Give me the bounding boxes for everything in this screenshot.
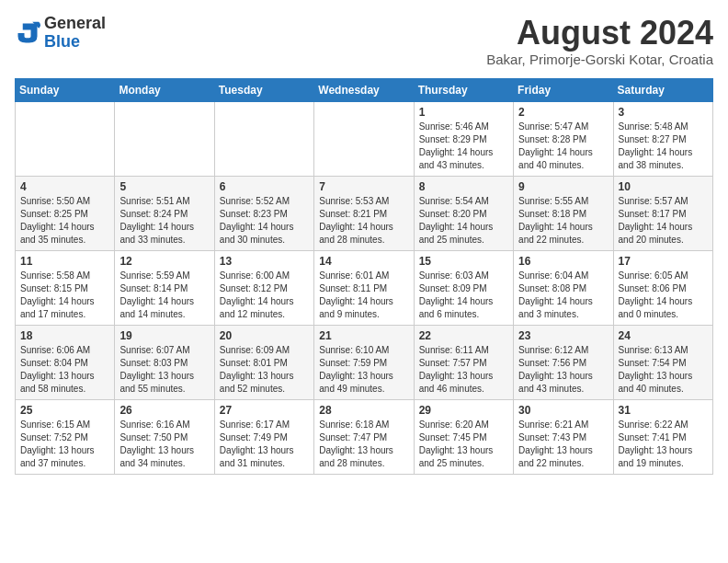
calendar-day-cell: 7Sunrise: 5:53 AM Sunset: 8:21 PM Daylig… — [314, 176, 414, 250]
calendar-day-cell: 20Sunrise: 6:09 AM Sunset: 8:01 PM Dayli… — [214, 325, 313, 399]
calendar-day-cell: 27Sunrise: 6:17 AM Sunset: 7:49 PM Dayli… — [214, 399, 313, 474]
day-detail: Sunrise: 6:16 AM Sunset: 7:50 PM Dayligh… — [119, 419, 209, 470]
day-number: 28 — [319, 404, 408, 417]
day-number: 11 — [20, 255, 109, 268]
day-detail: Sunrise: 6:05 AM Sunset: 8:06 PM Dayligh… — [619, 270, 708, 321]
day-number: 24 — [619, 329, 708, 342]
calendar-day-cell: 29Sunrise: 6:20 AM Sunset: 7:45 PM Dayli… — [414, 399, 513, 474]
day-number: 9 — [518, 180, 608, 193]
day-detail: Sunrise: 6:17 AM Sunset: 7:49 PM Dayligh… — [220, 419, 309, 470]
calendar-table: SundayMondayTuesdayWednesdayThursdayFrid… — [15, 78, 713, 475]
calendar-day-cell: 5Sunrise: 5:51 AM Sunset: 8:24 PM Daylig… — [115, 176, 214, 250]
day-detail: Sunrise: 6:21 AM Sunset: 7:43 PM Dayligh… — [518, 419, 608, 470]
calendar-day-cell: 8Sunrise: 5:54 AM Sunset: 8:20 PM Daylig… — [414, 176, 513, 250]
logo-blue: Blue — [44, 32, 80, 51]
day-number: 8 — [419, 180, 508, 193]
day-of-week-header: Friday — [514, 78, 613, 101]
day-number: 5 — [119, 180, 209, 193]
calendar-day-cell: 21Sunrise: 6:10 AM Sunset: 7:59 PM Dayli… — [314, 325, 414, 399]
day-of-week-header: Wednesday — [314, 78, 414, 101]
calendar-day-cell: 15Sunrise: 6:03 AM Sunset: 8:09 PM Dayli… — [414, 250, 513, 325]
day-number: 12 — [119, 255, 209, 268]
day-number: 15 — [419, 255, 508, 268]
day-number: 4 — [20, 180, 109, 193]
day-detail: Sunrise: 5:59 AM Sunset: 8:14 PM Dayligh… — [119, 270, 209, 321]
day-number: 7 — [319, 180, 408, 193]
day-detail: Sunrise: 5:51 AM Sunset: 8:24 PM Dayligh… — [119, 195, 209, 247]
calendar-day-cell: 19Sunrise: 6:07 AM Sunset: 8:03 PM Dayli… — [115, 325, 214, 399]
day-of-week-header: Thursday — [414, 78, 513, 101]
day-detail: Sunrise: 6:18 AM Sunset: 7:47 PM Dayligh… — [319, 419, 408, 470]
calendar-day-cell: 17Sunrise: 6:05 AM Sunset: 8:06 PM Dayli… — [613, 250, 712, 325]
day-number: 26 — [119, 404, 209, 417]
location-subtitle: Bakar, Primorje-Gorski Kotar, Croatia — [486, 52, 713, 67]
day-detail: Sunrise: 6:11 AM Sunset: 7:57 PM Dayligh… — [419, 344, 508, 396]
day-number: 19 — [119, 329, 209, 342]
calendar-week-row: 18Sunrise: 6:06 AM Sunset: 8:04 PM Dayli… — [16, 325, 713, 399]
day-detail: Sunrise: 5:54 AM Sunset: 8:20 PM Dayligh… — [419, 195, 508, 247]
calendar-week-row: 1Sunrise: 5:46 AM Sunset: 8:29 PM Daylig… — [16, 101, 713, 176]
month-year-title: August 2024 — [486, 15, 713, 52]
calendar-day-cell: 23Sunrise: 6:12 AM Sunset: 7:56 PM Dayli… — [514, 325, 613, 399]
logo: General Blue — [15, 15, 106, 52]
calendar-day-cell: 3Sunrise: 5:48 AM Sunset: 8:27 PM Daylig… — [613, 101, 712, 176]
calendar-day-cell: 26Sunrise: 6:16 AM Sunset: 7:50 PM Dayli… — [115, 399, 214, 474]
day-number: 3 — [619, 106, 708, 119]
calendar-week-row: 25Sunrise: 6:15 AM Sunset: 7:52 PM Dayli… — [16, 399, 713, 474]
day-detail: Sunrise: 6:03 AM Sunset: 8:09 PM Dayligh… — [419, 270, 508, 321]
day-detail: Sunrise: 5:53 AM Sunset: 8:21 PM Dayligh… — [319, 195, 408, 247]
day-number: 25 — [20, 404, 109, 417]
day-number: 23 — [518, 329, 608, 342]
day-number: 2 — [518, 106, 608, 119]
calendar-day-cell: 11Sunrise: 5:58 AM Sunset: 8:15 PM Dayli… — [16, 250, 115, 325]
day-number: 14 — [319, 255, 408, 268]
calendar-day-cell: 4Sunrise: 5:50 AM Sunset: 8:25 PM Daylig… — [16, 176, 115, 250]
day-number: 13 — [220, 255, 309, 268]
day-detail: Sunrise: 6:09 AM Sunset: 8:01 PM Dayligh… — [220, 344, 309, 396]
day-detail: Sunrise: 5:46 AM Sunset: 8:29 PM Dayligh… — [419, 121, 508, 172]
day-detail: Sunrise: 6:13 AM Sunset: 7:54 PM Dayligh… — [619, 344, 708, 396]
calendar-week-row: 11Sunrise: 5:58 AM Sunset: 8:15 PM Dayli… — [16, 250, 713, 325]
day-detail: Sunrise: 6:00 AM Sunset: 8:12 PM Dayligh… — [220, 270, 309, 321]
day-detail: Sunrise: 6:15 AM Sunset: 7:52 PM Dayligh… — [20, 419, 109, 470]
day-detail: Sunrise: 6:04 AM Sunset: 8:08 PM Dayligh… — [518, 270, 608, 321]
day-detail: Sunrise: 5:52 AM Sunset: 8:23 PM Dayligh… — [220, 195, 309, 247]
calendar-day-cell: 25Sunrise: 6:15 AM Sunset: 7:52 PM Dayli… — [16, 399, 115, 474]
calendar-day-cell: 18Sunrise: 6:06 AM Sunset: 8:04 PM Dayli… — [16, 325, 115, 399]
logo-general: General — [44, 14, 106, 32]
calendar-day-cell — [214, 101, 313, 176]
calendar-day-cell — [16, 101, 115, 176]
calendar-day-cell: 12Sunrise: 5:59 AM Sunset: 8:14 PM Dayli… — [115, 250, 214, 325]
day-number: 29 — [419, 404, 508, 417]
calendar-day-cell: 2Sunrise: 5:47 AM Sunset: 8:28 PM Daylig… — [514, 101, 613, 176]
day-number: 20 — [220, 329, 309, 342]
calendar-day-cell: 6Sunrise: 5:52 AM Sunset: 8:23 PM Daylig… — [214, 176, 313, 250]
calendar-day-cell: 30Sunrise: 6:21 AM Sunset: 7:43 PM Dayli… — [514, 399, 613, 474]
calendar-day-cell — [314, 101, 414, 176]
calendar-day-cell: 22Sunrise: 6:11 AM Sunset: 7:57 PM Dayli… — [414, 325, 513, 399]
calendar-day-cell: 24Sunrise: 6:13 AM Sunset: 7:54 PM Dayli… — [613, 325, 712, 399]
calendar-day-cell: 16Sunrise: 6:04 AM Sunset: 8:08 PM Dayli… — [514, 250, 613, 325]
day-number: 31 — [619, 404, 708, 417]
generalblue-logo-icon — [15, 20, 40, 46]
calendar-day-cell: 10Sunrise: 5:57 AM Sunset: 8:17 PM Dayli… — [613, 176, 712, 250]
day-detail: Sunrise: 6:12 AM Sunset: 7:56 PM Dayligh… — [518, 344, 608, 396]
title-block: August 2024 Bakar, Primorje-Gorski Kotar… — [486, 15, 713, 67]
day-of-week-header: Tuesday — [214, 78, 313, 101]
calendar-day-cell: 31Sunrise: 6:22 AM Sunset: 7:41 PM Dayli… — [613, 399, 712, 474]
day-number: 17 — [619, 255, 708, 268]
day-detail: Sunrise: 5:47 AM Sunset: 8:28 PM Dayligh… — [518, 121, 608, 172]
day-detail: Sunrise: 6:07 AM Sunset: 8:03 PM Dayligh… — [119, 344, 209, 396]
logo-text: General Blue — [44, 15, 106, 52]
day-number: 30 — [518, 404, 608, 417]
day-detail: Sunrise: 5:48 AM Sunset: 8:27 PM Dayligh… — [619, 121, 708, 172]
day-detail: Sunrise: 6:20 AM Sunset: 7:45 PM Dayligh… — [419, 419, 508, 470]
day-number: 21 — [319, 329, 408, 342]
calendar-day-cell: 14Sunrise: 6:01 AM Sunset: 8:11 PM Dayli… — [314, 250, 414, 325]
day-detail: Sunrise: 5:58 AM Sunset: 8:15 PM Dayligh… — [20, 270, 109, 321]
day-detail: Sunrise: 5:57 AM Sunset: 8:17 PM Dayligh… — [619, 195, 708, 247]
day-detail: Sunrise: 6:22 AM Sunset: 7:41 PM Dayligh… — [619, 419, 708, 470]
day-number: 16 — [518, 255, 608, 268]
day-number: 22 — [419, 329, 508, 342]
day-of-week-header: Saturday — [613, 78, 712, 101]
